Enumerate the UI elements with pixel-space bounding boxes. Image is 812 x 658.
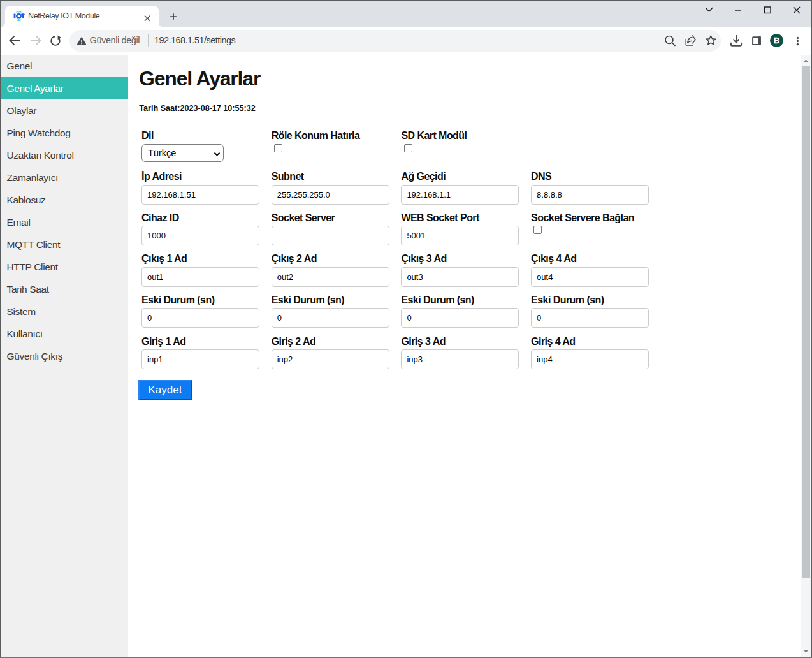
svg-text:B: B — [774, 36, 779, 45]
